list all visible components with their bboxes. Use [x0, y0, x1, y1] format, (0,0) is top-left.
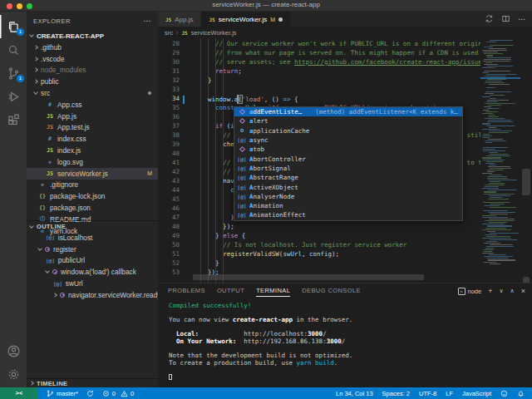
- close-panel-icon[interactable]: ×: [521, 283, 525, 298]
- cursor-position[interactable]: Ln 34, Col 13: [336, 390, 373, 397]
- breadcrumb-folder[interactable]: src: [165, 29, 173, 37]
- suggest-item[interactable]: alert: [234, 116, 462, 126]
- suggest-item[interactable]: ⚙applicationCache: [234, 126, 462, 135]
- vertical-scrollbar[interactable]: [520, 38, 532, 283]
- tree-item[interactable]: node_modules: [27, 65, 158, 76]
- terminal-output[interactable]: Compiled successfully!You can now view c…: [158, 298, 532, 381]
- horizontal-scrollbar[interactable]: [193, 274, 424, 280]
- tree-item[interactable]: src: [27, 87, 158, 99]
- line-number[interactable]: 40: [158, 150, 193, 159]
- problems-status[interactable]: 0 0: [102, 390, 134, 397]
- breadcrumb-file[interactable]: serviceWorker.js: [191, 29, 237, 37]
- terminal-shell-selector[interactable]: > node: [458, 288, 482, 295]
- suggest-item[interactable]: [@]AnimationEffect: [234, 210, 462, 219]
- outline-header[interactable]: OUTLINE: [27, 220, 158, 232]
- feedback-icon[interactable]: [500, 390, 508, 397]
- code-line[interactable]: }: [193, 76, 480, 86]
- outline-item[interactable]: register: [27, 244, 158, 255]
- line-number[interactable]: 50: [158, 241, 193, 250]
- terminal-dropdown-icon[interactable]: ∨: [499, 283, 503, 298]
- line-number[interactable]: 33: [158, 86, 193, 95]
- tree-item[interactable]: #index.css: [27, 133, 158, 145]
- code-line[interactable]: registerValidSW(swUrl, config);: [193, 250, 480, 259]
- minimap[interactable]: [480, 38, 520, 283]
- line-number[interactable]: 45: [158, 195, 193, 204]
- settings-gear-icon[interactable]: [0, 362, 27, 386]
- tab-app-js[interactable]: JS App.js: [158, 12, 201, 27]
- line-number[interactable]: 42: [158, 168, 193, 177]
- panel-tab-problems[interactable]: PROBLEMS: [168, 283, 205, 298]
- tree-item[interactable]: JSApp.js: [27, 111, 158, 122]
- indentation-setting[interactable]: Spaces: 2: [382, 390, 410, 397]
- code-line[interactable]: return;: [193, 67, 480, 76]
- tree-item[interactable]: .vscode: [27, 53, 158, 65]
- outline-item[interactable]: navigator.serviceWorker.ready…: [27, 289, 158, 299]
- suggest-item[interactable]: atob: [234, 145, 462, 154]
- line-number[interactable]: 37: [158, 122, 193, 131]
- line-number[interactable]: 35: [158, 104, 193, 113]
- git-branch-status[interactable]: master*: [47, 390, 78, 397]
- extensions-icon[interactable]: [0, 108, 27, 131]
- run-debug-icon[interactable]: [0, 85, 27, 108]
- suggest-item[interactable]: [@]AbortSignal: [234, 164, 462, 173]
- outline-item[interactable]: [@]swUrl: [27, 278, 158, 289]
- new-terminal-icon[interactable]: +: [488, 283, 492, 298]
- line-number[interactable]: 53: [158, 268, 193, 278]
- tree-item[interactable]: ◈.gitignore: [27, 180, 158, 191]
- editor-gutter[interactable]: 2829303132333435363738394041424344454647…: [158, 38, 193, 283]
- code-line[interactable]: // Our service worker won't work if PUBL…: [193, 40, 480, 49]
- line-number[interactable]: 36: [158, 113, 193, 122]
- code-line[interactable]: // Is not localhost. Just register servi…: [193, 241, 480, 250]
- line-number[interactable]: 31: [158, 67, 193, 76]
- more-actions-icon[interactable]: ⋯: [518, 15, 525, 23]
- tree-item[interactable]: {}package-lock.json: [27, 190, 158, 202]
- outline-item[interactable]: [@]publicUrl: [27, 255, 158, 267]
- panel-tab-debug-console[interactable]: DEBUG CONSOLE: [302, 283, 361, 298]
- suggest-item[interactable]: [@]async: [234, 135, 462, 145]
- panel-tab-output[interactable]: OUTPUT: [217, 283, 244, 298]
- suggest-item[interactable]: [@]AbortController: [234, 154, 462, 163]
- encoding-setting[interactable]: UTF-8: [419, 390, 436, 397]
- tab-serviceworker-js[interactable]: JS serviceWorker.js M: [201, 12, 291, 27]
- line-number[interactable]: 29: [158, 49, 193, 58]
- code-line[interactable]: // from what our page is served on. This…: [193, 49, 480, 58]
- unsaved-dot-icon[interactable]: [278, 17, 283, 22]
- timeline-header[interactable]: TIMELINE: [27, 378, 158, 387]
- line-number[interactable]: 38: [158, 131, 193, 140]
- line-number[interactable]: 44: [158, 186, 193, 195]
- tree-item[interactable]: JSApp.test.js: [27, 122, 158, 134]
- line-number[interactable]: 28: [158, 40, 193, 49]
- line-number[interactable]: 52: [158, 259, 193, 268]
- line-number[interactable]: 47: [158, 214, 193, 223]
- tree-item[interactable]: #App.css: [27, 99, 158, 111]
- outline-item[interactable]: window.a('load') callback: [27, 266, 158, 278]
- code-line[interactable]: // serve assets; see https://github.com/…: [193, 58, 480, 67]
- line-number[interactable]: 39: [158, 140, 193, 150]
- open-changes-icon[interactable]: [485, 12, 494, 27]
- explorer-actions-icon[interactable]: ⋯: [144, 17, 152, 25]
- search-icon[interactable]: [0, 38, 27, 62]
- suggest-item[interactable]: [@]ActiveXObject: [234, 182, 462, 191]
- sync-status[interactable]: [86, 390, 94, 397]
- line-number[interactable]: 34: [158, 95, 193, 104]
- code-line[interactable]: });: [193, 223, 480, 232]
- line-number[interactable]: 49: [158, 232, 193, 241]
- tree-item[interactable]: JSindex.js: [27, 145, 158, 156]
- remote-indicator[interactable]: ><: [0, 387, 38, 399]
- maximize-panel-icon[interactable]: ∧: [510, 283, 515, 298]
- accounts-icon[interactable]: [0, 339, 27, 362]
- line-number[interactable]: 48: [158, 223, 193, 232]
- source-control-icon[interactable]: 1: [0, 62, 27, 85]
- tree-item[interactable]: public: [27, 76, 158, 87]
- outline-item[interactable]: [@]isLocalhost: [27, 232, 158, 244]
- eol-setting[interactable]: LF: [446, 390, 453, 397]
- panel-tab-terminal[interactable]: TERMINAL: [256, 283, 290, 298]
- tree-root-folder[interactable]: CREATE-REACT-APP: [27, 30, 158, 42]
- suggest-item[interactable]: [@]AbstractRange: [234, 173, 462, 182]
- suggest-item[interactable]: [@]AnalyserNode: [234, 192, 462, 201]
- code-line[interactable]: }: [193, 259, 480, 268]
- line-number[interactable]: 41: [158, 159, 193, 168]
- code-line[interactable]: window.a('load', () => {: [193, 95, 480, 104]
- code-editor[interactable]: 2829303132333435363738394041424344454647…: [158, 38, 532, 283]
- explorer-icon[interactable]: 1: [0, 15, 27, 38]
